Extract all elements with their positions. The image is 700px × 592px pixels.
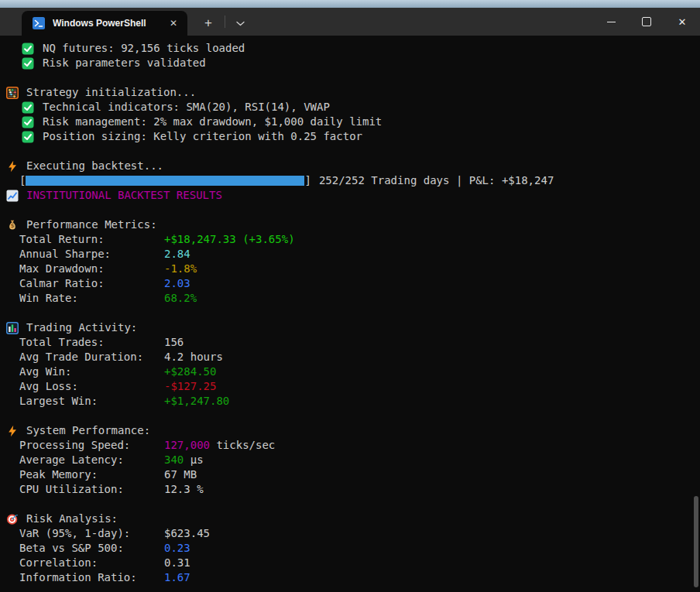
section-title: Risk Analysis:	[26, 512, 118, 526]
metric-suffix: ticks/sec	[210, 438, 275, 453]
results-banner-line: INSTITUTIONAL BACKTEST RESULTS	[6, 188, 700, 203]
chevron-down-icon[interactable]	[228, 11, 252, 36]
progress-bar	[26, 176, 304, 186]
powershell-icon	[33, 17, 45, 29]
log-line: NQ futures: 92,156 ticks loaded	[6, 41, 700, 56]
metric-value: $623.45	[164, 526, 210, 541]
blank-line	[6, 497, 700, 512]
section-header-system: System Performance:	[6, 423, 700, 438]
check-icon	[22, 101, 34, 114]
section-title: Strategy initialization...	[26, 85, 196, 100]
terminal-window: Windows PowerShell ✕ + ✕ NQ futures: 92,…	[0, 0, 700, 592]
section-title: Executing backtest...	[26, 159, 163, 173]
titlebar[interactable]: Windows PowerShell ✕ + ✕	[0, 8, 700, 36]
money-bag-icon: $	[6, 219, 20, 231]
metric-row: Average Latency:340 µs	[6, 453, 700, 467]
metric-value: 67 MB	[164, 467, 197, 482]
metric-label: Information Ratio:	[19, 570, 164, 585]
blank-line	[6, 306, 700, 320]
terminal-content[interactable]: NQ futures: 92,156 ticks loaded Risk par…	[0, 36, 700, 585]
log-line: Risk parameters validated	[6, 56, 700, 70]
log-line: Position sizing: Kelly criterion with 0.…	[6, 129, 700, 144]
chart-increasing-icon	[6, 190, 20, 202]
metric-label: Largest Win:	[19, 394, 164, 409]
metric-value: 2.84	[164, 247, 190, 262]
close-icon: ✕	[678, 16, 687, 28]
metric-label: Peak Memory:	[19, 467, 164, 482]
log-text: NQ futures: 92,156 ticks loaded	[43, 41, 245, 56]
close-button[interactable]: ✕	[664, 8, 700, 36]
metric-label: Average Latency:	[19, 453, 164, 467]
metric-value: 340	[164, 453, 184, 467]
log-line: Risk management: 2% max drawdown, $1,000…	[6, 115, 700, 129]
results-banner-text: INSTITUTIONAL BACKTEST RESULTS	[26, 188, 222, 203]
metric-row: Avg Loss:-$127.25	[6, 379, 700, 394]
section-header-performance: $ Performance Metrics:	[6, 217, 700, 232]
target-icon	[6, 513, 20, 525]
metric-label: Win Rate:	[19, 291, 164, 306]
metric-row: Total Trades:156	[6, 335, 700, 350]
log-line: Technical indicators: SMA(20), RSI(14), …	[6, 100, 700, 115]
bar-chart-icon	[6, 322, 20, 334]
scrollbar[interactable]	[694, 496, 698, 587]
blank-line	[6, 144, 700, 159]
metric-value: -$127.25	[164, 379, 216, 394]
section-header-strategy: Strategy initialization...	[6, 85, 700, 100]
log-text: Risk parameters validated	[43, 56, 206, 70]
minimize-icon	[607, 22, 616, 22]
metric-label: Calmar Ratio:	[19, 276, 164, 291]
maximize-button[interactable]	[629, 8, 664, 36]
new-tab-button[interactable]: +	[195, 11, 221, 36]
metric-suffix: µs	[184, 453, 203, 467]
tab-title: Windows PowerShell	[53, 18, 166, 29]
check-icon	[22, 116, 34, 128]
metric-row: Max Drawdown:-1.8%	[6, 262, 700, 276]
metric-row: Annual Sharpe:2.84	[6, 247, 700, 262]
svg-text:$: $	[10, 222, 14, 229]
titlebar-drag-area[interactable]	[252, 8, 593, 36]
metric-label: Annual Sharpe:	[19, 247, 164, 262]
metric-value: 0.31	[164, 556, 190, 570]
metric-row: CPU Utilization:12.3 %	[6, 482, 700, 497]
check-icon	[22, 43, 34, 55]
metric-row: Total Return:+$18,247.33 (+3.65%)	[6, 232, 700, 247]
metric-value: 127,000	[164, 438, 210, 453]
log-text: Technical indicators: SMA(20), RSI(14), …	[43, 100, 330, 115]
metric-row: Peak Memory:67 MB	[6, 467, 700, 482]
section-title: Performance Metrics:	[26, 217, 157, 232]
section-title: System Performance:	[26, 423, 150, 438]
metric-row: Correlation:0.31	[6, 556, 700, 570]
metric-value: 1.67	[164, 570, 190, 585]
section-header-risk: Risk Analysis:	[6, 512, 700, 526]
abacus-icon	[6, 87, 20, 99]
metric-label: Avg Win:	[19, 364, 164, 379]
metric-value: +$18,247.33 (+3.65%)	[164, 232, 295, 247]
tab-close-icon[interactable]: ✕	[166, 16, 181, 30]
progress-line: []252/252 Trading days | P&L: +$18,247	[6, 173, 700, 188]
metric-label: Total Return:	[19, 232, 164, 247]
blank-line	[6, 70, 700, 85]
metric-value: 0.23	[164, 541, 190, 556]
metric-row: Avg Win:+$284.50	[6, 364, 700, 379]
tab-windows-powershell[interactable]: Windows PowerShell ✕	[22, 11, 187, 36]
check-icon	[22, 131, 34, 143]
metric-value: +$284.50	[164, 364, 216, 379]
metric-value: 2.03	[164, 276, 190, 291]
metric-label: VaR (95%, 1-day):	[19, 526, 164, 541]
blank-line	[6, 409, 700, 423]
minimize-button[interactable]	[593, 8, 629, 36]
log-text: Risk management: 2% max drawdown, $1,000…	[43, 115, 382, 129]
section-title: Trading Activity:	[26, 320, 137, 335]
metric-label: Beta vs S&P 500:	[19, 541, 164, 556]
bracket-open: [	[19, 173, 26, 188]
tab-separator	[225, 15, 225, 28]
maximize-icon	[642, 17, 651, 26]
metric-label: Max Drawdown:	[19, 262, 164, 276]
metric-value: 4.2 hours	[164, 350, 223, 364]
lightning-icon	[6, 160, 20, 173]
metric-label: Avg Trade Duration:	[19, 350, 164, 364]
progress-status-text: 252/252 Trading days | P&L: +$18,247	[319, 173, 554, 188]
metric-row: Win Rate:68.2%	[6, 291, 700, 306]
metric-label: Correlation:	[19, 556, 164, 570]
metric-value: 12.3 %	[164, 482, 204, 497]
